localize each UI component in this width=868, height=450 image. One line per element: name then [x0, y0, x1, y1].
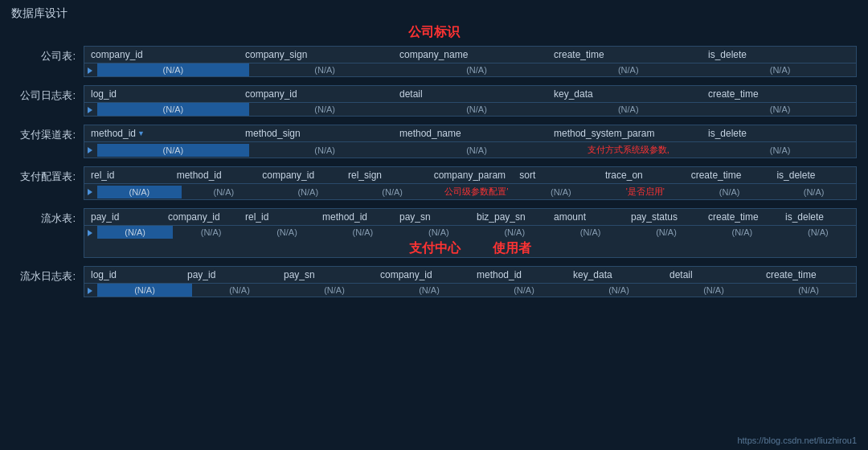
data-cell-3-3: (N/A)	[350, 186, 435, 198]
data-cell-4-3: (N/A)	[325, 226, 400, 239]
table-label-2: 支付渠道表:	[11, 125, 84, 142]
table-block-0: company_idcompany_signcompany_namecreate…	[84, 46, 857, 77]
data-cell-4-2: (N/A)	[249, 226, 325, 239]
header-cell-2-0: method_id▼	[84, 125, 239, 141]
data-cell-3-7: (N/A)	[687, 186, 772, 198]
header-cell-4-5: biz_pay_sn	[470, 209, 547, 225]
header-cell-0-2: company_name	[393, 47, 547, 63]
header-cell-4-6: amount	[547, 209, 624, 225]
data-cell-3-5: (N/A)	[518, 186, 603, 198]
table-row-4: 流水表:pay_idcompany_idrel_idmethod_idpay_s…	[11, 208, 857, 258]
header-cell-3-4: company_param	[428, 167, 514, 183]
page-title: 数据库设计	[0, 0, 868, 24]
table-label-4: 流水表:	[11, 208, 84, 226]
row-arrow-5	[84, 284, 97, 297]
annotation-4-1: 使用者	[493, 240, 531, 257]
header-cell-2-1: method_sign	[239, 125, 393, 141]
data-cell-1-4: (N/A)	[704, 103, 856, 116]
header-cell-4-2: rel_id	[239, 209, 316, 225]
table-label-3: 支付配置表:	[11, 166, 84, 184]
data-cell-3-2: (N/A)	[266, 186, 350, 198]
data-cell-2-3: 支付方式系统级参数,	[552, 142, 704, 158]
row-arrow-3	[84, 186, 97, 198]
header-cell-4-1: company_id	[162, 209, 239, 225]
header-cell-1-3: key_data	[547, 86, 702, 102]
header-cell-5-7: create_time	[760, 267, 856, 283]
center-label: 公司标识	[11, 24, 857, 41]
data-cell-4-9: (N/A)	[780, 226, 856, 239]
header-cell-0-1: company_sign	[239, 47, 393, 63]
data-row-5: (N/A)(N/A)(N/A)(N/A)(N/A)(N/A)(N/A)(N/A)	[84, 284, 856, 297]
header-cell-3-6: trace_on	[599, 167, 685, 183]
table-row-2: 支付渠道表:method_id▼method_signmethod_nameme…	[11, 125, 857, 158]
data-cell-5-3: (N/A)	[382, 284, 477, 297]
data-cell-5-7: (N/A)	[761, 284, 856, 297]
data-cell-3-8: (N/A)	[772, 186, 856, 198]
data-cell-5-5: (N/A)	[571, 284, 666, 297]
table-row-0: 公司表:company_idcompany_signcompany_namecr…	[11, 46, 857, 77]
header-cell-3-2: company_id	[256, 167, 342, 183]
header-cell-1-2: detail	[393, 86, 547, 102]
header-cell-3-3: rel_sign	[342, 167, 428, 183]
header-cell-0-4: is_delete	[702, 47, 856, 63]
header-cell-1-0: log_id	[84, 86, 239, 102]
header-cell-4-9: is_delete	[779, 209, 856, 225]
header-cell-2-3: method_system_param	[547, 125, 702, 141]
header-cell-0-3: create_time	[547, 47, 702, 63]
header-cell-4-4: pay_sn	[393, 209, 470, 225]
data-cell-3-6: '是否启用'	[603, 184, 687, 199]
data-cell-2-1: (N/A)	[249, 144, 401, 157]
header-cell-2-2: method_name	[393, 125, 547, 141]
data-row-2: (N/A)(N/A)(N/A)支付方式系统级参数,(N/A)	[84, 142, 856, 158]
header-cell-1-1: company_id	[239, 86, 393, 102]
header-cell-3-5: sort	[513, 167, 599, 183]
header-cell-4-3: method_id	[316, 209, 393, 225]
data-cell-4-5: (N/A)	[477, 226, 552, 239]
data-cell-0-4: (N/A)	[704, 63, 856, 76]
data-cell-2-4: (N/A)	[704, 144, 856, 157]
annotations-row-4: 支付中心使用者	[84, 240, 856, 257]
row-arrow-2	[84, 144, 97, 156]
data-row-0: (N/A)(N/A)(N/A)(N/A)(N/A)	[84, 63, 856, 76]
data-cell-2-0: (N/A)	[97, 144, 249, 157]
table-row-3: 支付配置表:rel_idmethod_idcompany_idrel_signc…	[11, 166, 857, 200]
data-cell-5-4: (N/A)	[477, 284, 571, 297]
row-arrow-1	[84, 104, 97, 116]
header-cell-5-5: key_data	[567, 267, 663, 283]
header-cell-5-2: pay_sn	[277, 267, 374, 283]
footer-url: https://blog.csdn.net/liuzhirou1	[737, 436, 857, 445]
data-cell-5-1: (N/A)	[192, 284, 287, 297]
data-cell-1-1: (N/A)	[249, 103, 401, 116]
table-block-4: pay_idcompany_idrel_idmethod_idpay_snbiz…	[84, 208, 857, 258]
data-cell-4-6: (N/A)	[552, 226, 628, 239]
header-cell-0-0: company_id	[84, 47, 239, 63]
table-label-5: 流水日志表:	[11, 266, 84, 284]
data-cell-0-3: (N/A)	[552, 63, 704, 76]
header-cell-5-1: pay_id	[181, 267, 277, 283]
header-cell-5-6: detail	[663, 267, 760, 283]
header-cell-2-4: is_delete	[702, 125, 856, 141]
header-cell-3-7: create_time	[685, 167, 771, 183]
header-cell-3-0: rel_id	[84, 167, 170, 183]
data-cell-3-1: (N/A)	[182, 186, 266, 198]
row-arrow-0	[84, 64, 97, 76]
row-arrow-4	[84, 227, 97, 239]
header-cell-4-0: pay_id	[84, 209, 162, 225]
table-block-3: rel_idmethod_idcompany_idrel_signcompany…	[84, 166, 857, 200]
data-cell-0-2: (N/A)	[401, 63, 553, 76]
data-cell-5-2: (N/A)	[287, 284, 382, 297]
data-row-4: (N/A)(N/A)(N/A)(N/A)(N/A)(N/A)(N/A)(N/A)…	[84, 226, 856, 239]
data-cell-4-4: (N/A)	[401, 226, 477, 239]
data-cell-4-1: (N/A)	[173, 226, 248, 239]
header-cell-5-4: method_id	[470, 267, 567, 283]
table-block-5: log_idpay_idpay_sncompany_idmethod_idkey…	[84, 266, 857, 297]
data-cell-3-4: 公司级参数配置'	[435, 184, 519, 199]
data-row-1: (N/A)(N/A)(N/A)(N/A)(N/A)	[84, 103, 856, 116]
data-cell-1-3: (N/A)	[552, 103, 704, 116]
table-row-1: 公司日志表:log_idcompany_iddetailkey_datacrea…	[11, 85, 857, 117]
data-cell-1-0: (N/A)	[97, 103, 249, 116]
data-cell-1-2: (N/A)	[401, 103, 553, 116]
header-cell-4-7: pay_status	[624, 209, 702, 225]
header-cell-5-0: log_id	[84, 267, 181, 283]
annotation-4-0: 支付中心	[409, 240, 461, 257]
